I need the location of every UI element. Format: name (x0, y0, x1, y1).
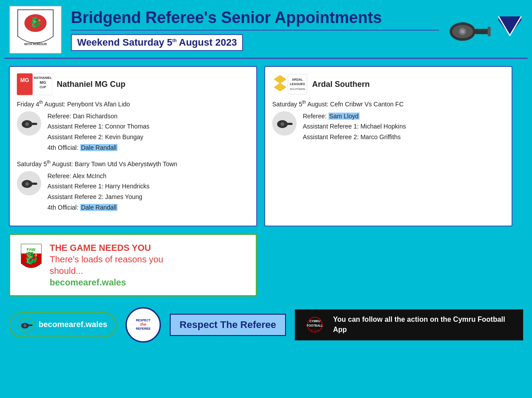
svg-text:MG: MG (40, 80, 46, 85)
svg-rect-12 (17, 74, 33, 95)
svg-text:ARDAL: ARDAL (292, 78, 303, 82)
right-match1-officials-text: Referee: Sam Lloyd Assistant Referee 1: … (303, 111, 406, 143)
svg-text:🐉: 🐉 (23, 250, 39, 265)
footer-whistle-icon (18, 317, 34, 333)
svg-point-9 (461, 30, 464, 33)
svg-marker-24 (274, 75, 286, 83)
svg-text:FOOTBALL: FOOTBALL (307, 324, 323, 327)
match2-fourth-official: Dale Randall (80, 204, 117, 211)
bridgend-crest: 🐉 WITH HONOUR (9, 5, 62, 54)
match1-officials-row: Referee: Dan Richardson Assistant Refere… (17, 111, 249, 153)
right-competition-name: Ardal Southern (312, 80, 370, 89)
cymru-football-logo: CYMRU FOOTBALL ★ ★ ★ (302, 314, 328, 336)
svg-point-20 (25, 122, 29, 126)
svg-text:NATHANIEL: NATHANIEL (34, 76, 52, 80)
page-subtitle: Weekend Saturday 5th August 2023 (77, 37, 237, 48)
nathaniel-mg-cup-logo: MG NATHANIEL MG CUP (17, 73, 52, 95)
right-card-header: ARDAL LEAGUES SOUTHERN Ardal Southern (272, 73, 505, 95)
header-icons (448, 14, 523, 45)
svg-text:SOUTHERN: SOUTHERN (289, 87, 305, 90)
right-match1-officials-row: Referee: Sam Lloyd Assistant Referee 1: … (272, 111, 505, 143)
match2-date: Saturday 5th August: Barry Town Utd Vs A… (17, 160, 249, 168)
svg-marker-25 (274, 83, 286, 91)
respect-badge: RESPECT the REFEREE (125, 307, 161, 343)
match2-officials-row: Referee: Alex McInch Assistant Referee 1… (17, 171, 249, 213)
right-match1-whistle-icon (272, 111, 297, 136)
svg-rect-31 (286, 123, 293, 125)
svg-text:FAW: FAW (27, 247, 35, 252)
bottom-section: 🐉 FAW THE GAME NEEDS YOU There's loads o… (0, 234, 532, 303)
svg-point-23 (25, 182, 29, 186)
header-text-block: Bridgend Referee's Senior Appointments W… (62, 8, 439, 51)
page-title: Bridgend Referee's Senior Appointments (71, 8, 439, 31)
respect-the-referee-label: Respect The Referee (180, 319, 276, 331)
right-match1-date: Saturday 5th August: Cefn Cribwr Vs Cant… (272, 100, 505, 108)
match2-whistle-icon (17, 171, 41, 195)
wales-crest-icon: 🐉 FAW (19, 242, 43, 273)
svg-rect-19 (31, 123, 37, 125)
respect-text-box: Respect The Referee (170, 314, 286, 336)
svg-rect-37 (28, 324, 33, 326)
svg-point-32 (281, 122, 284, 126)
match2-officials-text: Referee: Alex McInch Assistant Referee 1… (47, 171, 149, 213)
footer: becomearef.wales RESPECT the REFEREE Res… (0, 303, 532, 347)
match1-date: Friday 4th August: Penybont Vs Afan Lido (17, 100, 249, 108)
header: 🐉 WITH HONOUR Bridgend Referee's Senior … (0, 0, 532, 58)
svg-point-38 (23, 324, 26, 327)
svg-text:WITH HONOUR: WITH HONOUR (24, 43, 47, 46)
match1-fourth-official: Dale Randall (80, 144, 117, 151)
ardal-southern-logo: ARDAL LEAGUES SOUTHERN (272, 73, 308, 95)
footer-become-ref[interactable]: becomearef.wales (9, 312, 117, 338)
subtitle-box: Weekend Saturday 5th August 2023 (71, 34, 243, 51)
whistle-icon (448, 14, 492, 45)
match1-officials-text: Referee: Dan Richardson Assistant Refere… (47, 111, 149, 153)
footer-become-text: becomearef.wales (39, 320, 107, 329)
svg-rect-22 (31, 183, 37, 185)
svg-text:CYMRU: CYMRU (309, 319, 321, 322)
cymru-football-box: CYMRU FOOTBALL ★ ★ ★ You can follow all … (295, 309, 523, 340)
svg-text:LEAGUES: LEAGUES (290, 82, 305, 86)
svg-text:★ ★ ★: ★ ★ ★ (311, 328, 319, 331)
svg-rect-7 (488, 27, 491, 36)
right-match1-referee-name: Sam Lloyd (329, 113, 360, 120)
left-competition-name: Nathaniel MG Cup (57, 80, 125, 89)
match1-whistle-icon (17, 111, 41, 136)
cymru-chevron-icon (497, 14, 523, 45)
become-ref-box: 🐉 FAW THE GAME NEEDS YOU There's loads o… (9, 234, 257, 297)
svg-text:🐉: 🐉 (30, 16, 42, 28)
cymru-follow-text: You can follow all the action on the Cym… (333, 315, 516, 335)
ardal-southern-card: ARDAL LEAGUES SOUTHERN Ardal Southern Sa… (264, 66, 512, 226)
svg-text:CUP: CUP (39, 86, 46, 89)
left-card-header: MG NATHANIEL MG CUP Nathaniel MG Cup (17, 73, 249, 95)
main-content: MG NATHANIEL MG CUP Nathaniel MG Cup Fri… (0, 59, 532, 234)
become-ref-text: THE GAME NEEDS YOU There's loads of reas… (50, 242, 163, 288)
svg-text:MG: MG (20, 77, 29, 83)
nathaniel-mg-cup-card: MG NATHANIEL MG CUP Nathaniel MG Cup Fri… (9, 66, 257, 226)
